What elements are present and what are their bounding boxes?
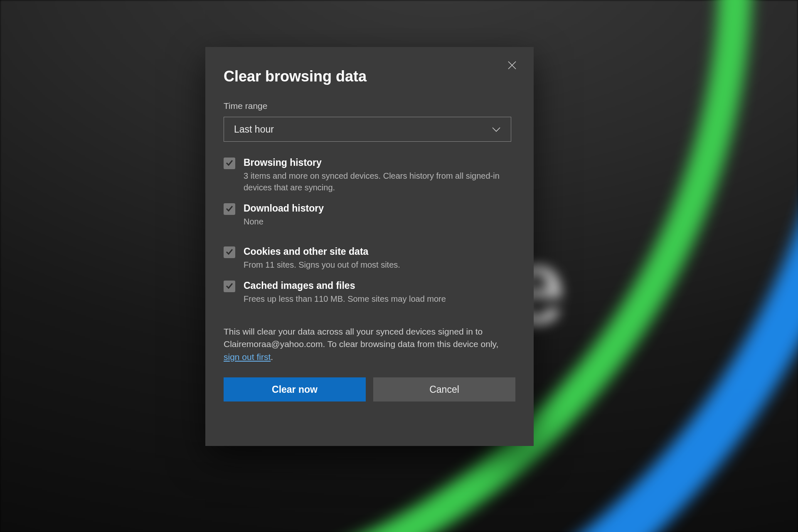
close-button[interactable] [505, 59, 520, 74]
list-item: Download history None [224, 202, 515, 227]
check-icon [225, 158, 234, 168]
check-icon [225, 247, 234, 257]
item-desc: From 11 sites. Signs you out of most sit… [244, 259, 503, 271]
item-desc: Frees up less than 110 MB. Some sites ma… [244, 293, 503, 305]
item-title: Browsing history [244, 157, 503, 169]
dialog-buttons: Clear now Cancel [224, 377, 515, 401]
item-title: Cached images and files [244, 280, 503, 292]
sync-warning: This will clear your data across all you… [224, 325, 515, 363]
cancel-button[interactable]: Cancel [373, 377, 515, 401]
clear-now-button[interactable]: Clear now [224, 377, 366, 401]
close-icon [507, 61, 517, 71]
data-types-list: Browsing history 3 items and more on syn… [224, 157, 515, 323]
item-title: Cookies and other site data [244, 246, 503, 258]
checkbox-download-history[interactable] [224, 203, 235, 215]
time-range-value: Last hour [234, 124, 274, 135]
list-item: Cookies and other site data From 11 site… [224, 246, 515, 271]
clear-browsing-data-dialog: Clear browsing data Time range Last hour… [205, 47, 534, 446]
checkbox-cookies[interactable] [224, 246, 235, 258]
sign-out-link[interactable]: sign out first [224, 352, 271, 362]
time-range-select[interactable]: Last hour [224, 117, 511, 142]
chevron-down-icon [492, 124, 501, 135]
list-item: Browsing history 3 items and more on syn… [224, 157, 515, 193]
check-icon [225, 281, 234, 291]
checkbox-browsing-history[interactable] [224, 158, 235, 169]
sync-warning-text: This will clear your data across all you… [224, 327, 498, 349]
time-range-label: Time range [224, 101, 515, 111]
item-title: Download history [244, 202, 503, 215]
check-icon [225, 204, 234, 214]
checkbox-cache[interactable] [224, 281, 235, 292]
dialog-title: Clear browsing data [224, 68, 515, 85]
sync-warning-suffix: . [271, 352, 273, 362]
item-desc: None [244, 216, 503, 227]
item-desc: 3 items and more on synced devices. Clea… [244, 170, 503, 193]
list-item: Cached images and files Frees up less th… [224, 280, 515, 305]
